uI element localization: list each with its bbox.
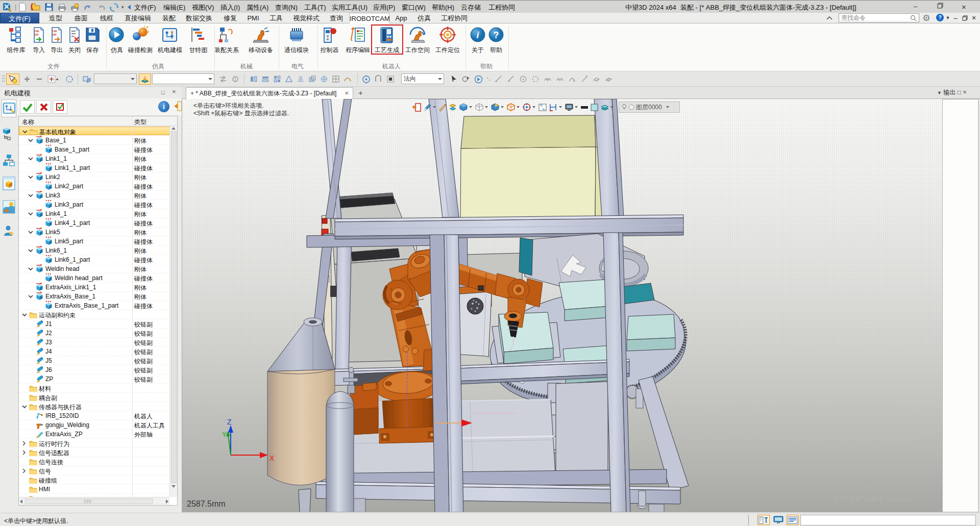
- svg-text:Z: Z: [227, 418, 232, 426]
- svg-text:?: ?: [494, 30, 499, 40]
- svg-text:转到"设置"以激活 Windows。: 转到"设置"以激活 Windows。: [832, 495, 919, 503]
- svg-text:Y: Y: [222, 431, 227, 438]
- svg-text:X: X: [270, 454, 275, 462]
- svg-text:UB: UB: [35, 30, 39, 33]
- svg-text:激活 Windows: 激活 Windows: [831, 478, 902, 491]
- svg-text:DF: DF: [53, 33, 57, 36]
- svg-text:UB: UB: [53, 30, 57, 33]
- svg-text:DF: DF: [35, 33, 39, 36]
